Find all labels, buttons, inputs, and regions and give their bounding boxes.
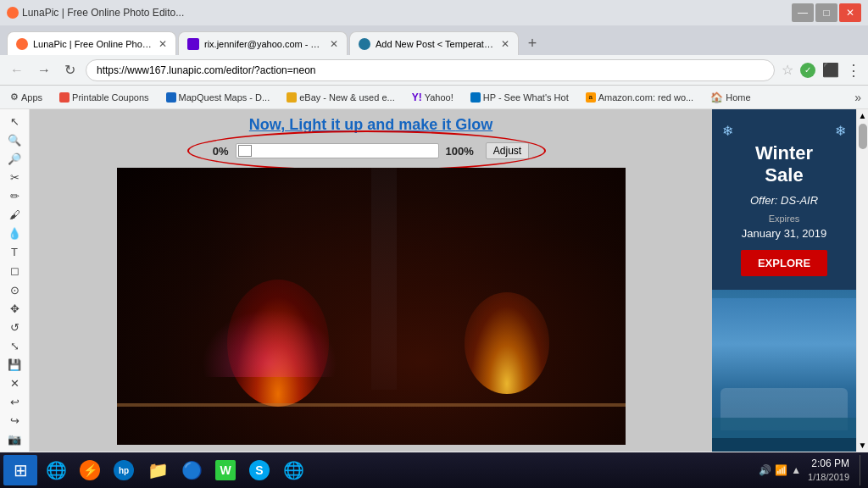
new-tab-button[interactable]: + (520, 31, 544, 55)
bookmark-yahoo[interactable]: Y! Yahoo! (409, 90, 457, 105)
ad-water (712, 418, 856, 439)
tab-lunapic[interactable]: LunaPic | Free Online Photo Edito... ✕ (7, 31, 176, 55)
taskbar-skype[interactable]: S (244, 455, 275, 485)
extension-icon[interactable]: ⬛ (822, 62, 839, 78)
volume-icon[interactable]: 🔊 (759, 464, 771, 476)
skype-icon: S (249, 460, 270, 480)
candle-right-glow (465, 292, 549, 394)
maximize-button[interactable]: □ (815, 3, 837, 22)
minimize-button[interactable]: — (792, 3, 814, 22)
bookmark-coupons[interactable]: Printable Coupons (56, 91, 153, 104)
shelf-line (117, 403, 626, 407)
clock: 2:06 PM 1/18/2019 (808, 457, 849, 484)
ad-offer-text: Offer: DS-AIR (722, 194, 846, 207)
scrollbar[interactable]: ▲ ▼ (856, 109, 868, 452)
tool-arrow[interactable]: ↖ (3, 113, 26, 130)
tool-close-x[interactable]: ✕ (3, 375, 26, 392)
bookmark-mapquest[interactable]: MapQuest Maps - D... (163, 91, 274, 104)
chrome2-icon: 🌐 (282, 459, 304, 481)
menu-button[interactable]: ⋮ (846, 61, 861, 80)
slider-track[interactable] (236, 143, 439, 158)
tool-save[interactable]: 💾 (3, 356, 26, 373)
slider-container: 0% 100% Adjust (213, 142, 529, 159)
network-icon[interactable]: 📶 (775, 464, 787, 476)
bookmarks-bar: ⚙ Apps Printable Coupons MapQuest Maps -… (0, 86, 868, 109)
tool-move[interactable]: ✥ (3, 300, 26, 317)
ad-snowflake-left: ❄ (722, 123, 733, 139)
bookmark-star[interactable]: ☆ (782, 62, 793, 78)
url-input[interactable] (86, 59, 775, 81)
tool-draw[interactable]: ✏ (3, 187, 26, 204)
tool-erase[interactable]: ◻ (3, 263, 26, 280)
security-icon: ✓ (800, 63, 815, 78)
refresh-button[interactable]: ↻ (61, 60, 79, 80)
taskbar-firefox[interactable]: ⚡ (75, 455, 105, 485)
home-icon: 🏠 (710, 92, 723, 103)
tab-close-yahoo[interactable]: ✕ (330, 38, 338, 50)
candle-left-pink-glow (202, 309, 337, 377)
system-tray: 🔊 📶 ▲ (759, 464, 801, 476)
clock-time: 2:06 PM (808, 457, 849, 471)
tab-close-lunapic[interactable]: ✕ (159, 38, 167, 50)
taskbar-chrome2[interactable]: 🌐 (278, 455, 309, 485)
tool-zoom-out[interactable]: 🔎 (3, 150, 26, 167)
amazon-icon: a (586, 92, 596, 103)
hp-taskbar-icon: hp (114, 460, 134, 480)
tool-undo[interactable]: ↩ (3, 394, 26, 411)
scroll-thumb[interactable] (859, 124, 867, 149)
show-desktop-button[interactable] (860, 455, 865, 485)
scroll-up-button[interactable]: ▲ (857, 109, 868, 122)
tab-yahoo[interactable]: rix.jennifer@yahoo.com - Yahoo ... ✕ (178, 31, 348, 55)
bookmark-amazon[interactable]: a Amazon.com: red wo... (582, 91, 698, 104)
window-controls: — □ ✕ (792, 3, 861, 22)
tool-text[interactable]: T (3, 244, 26, 261)
clock-date: 1/18/2019 (808, 471, 849, 484)
tool-rotate[interactable]: ↺ (3, 319, 26, 336)
slider-thumb[interactable] (238, 145, 252, 157)
browser-favicon (7, 7, 19, 19)
address-bar: ← → ↻ ☆ ✓ ⬛ ⋮ (0, 55, 868, 86)
scroll-down-button[interactable]: ▼ (857, 439, 868, 452)
taskbar-word[interactable]: W (210, 455, 241, 485)
taskbar-files[interactable]: 📁 (142, 455, 173, 485)
blogger-icon (59, 92, 70, 103)
taskbar-chrome[interactable]: 🔵 (176, 455, 207, 485)
tab-label-yahoo: rix.jennifer@yahoo.com - Yahoo ... (204, 39, 325, 49)
chrome-icon: 🔵 (181, 459, 203, 481)
ad-title-line2: Sale (722, 164, 846, 186)
firefox-icon: ⚡ (80, 460, 100, 480)
tool-resize[interactable]: ⤡ (3, 337, 26, 354)
editor-title: Now, Light it up and make it Glow (249, 116, 492, 134)
tab-favicon-lunapic (16, 38, 28, 50)
tool-zoom-in[interactable]: 🔍 (3, 131, 26, 148)
taskbar-hp[interactable]: hp (108, 455, 139, 485)
tool-camera[interactable]: 📷 (3, 431, 26, 448)
adjust-button[interactable]: Adjust (486, 142, 529, 159)
taskbar-ie[interactable]: 🌐 (41, 455, 71, 485)
bookmark-ebay[interactable]: eBay - New & used e... (283, 91, 398, 104)
ad-expires-date: January 31, 2019 (722, 227, 846, 240)
back-button[interactable]: ← (7, 61, 27, 80)
explore-button[interactable]: EXPLORE (741, 250, 827, 276)
tab-close-wordpress[interactable]: ✕ (501, 38, 509, 50)
bookmarks-more-button[interactable]: » (854, 91, 861, 104)
close-button[interactable]: ✕ (839, 3, 861, 22)
tab-wordpress[interactable]: Add New Post < Temperature's R... ✕ (349, 31, 519, 55)
tool-brush[interactable]: 🖌 (3, 207, 26, 224)
bookmark-apps[interactable]: ⚙ Apps (7, 90, 46, 104)
tool-fill[interactable]: 💧 (3, 225, 26, 242)
tool-redo[interactable]: ↪ (3, 413, 26, 430)
forward-button[interactable]: → (34, 61, 54, 80)
notification-icon[interactable]: ▲ (791, 464, 801, 476)
tool-clone[interactable]: ⊙ (3, 281, 26, 298)
tool-crop[interactable]: ✂ (3, 169, 26, 186)
ebay-icon (287, 92, 297, 103)
start-button[interactable]: ⊞ (3, 455, 37, 485)
bookmark-hp[interactable]: HP - See What's Hot (467, 91, 572, 104)
photo-canvas (117, 168, 626, 445)
bookmark-home-label: Home (726, 92, 750, 103)
ad-water-dark (712, 438, 856, 452)
bookmark-home[interactable]: 🏠 Home (707, 90, 754, 105)
ad-snowflake-right: ❄ (835, 123, 846, 139)
right-sidebar-ad: ❄ ❄ Winter Sale Offer: DS-AIR Expires Ja… (712, 109, 856, 452)
